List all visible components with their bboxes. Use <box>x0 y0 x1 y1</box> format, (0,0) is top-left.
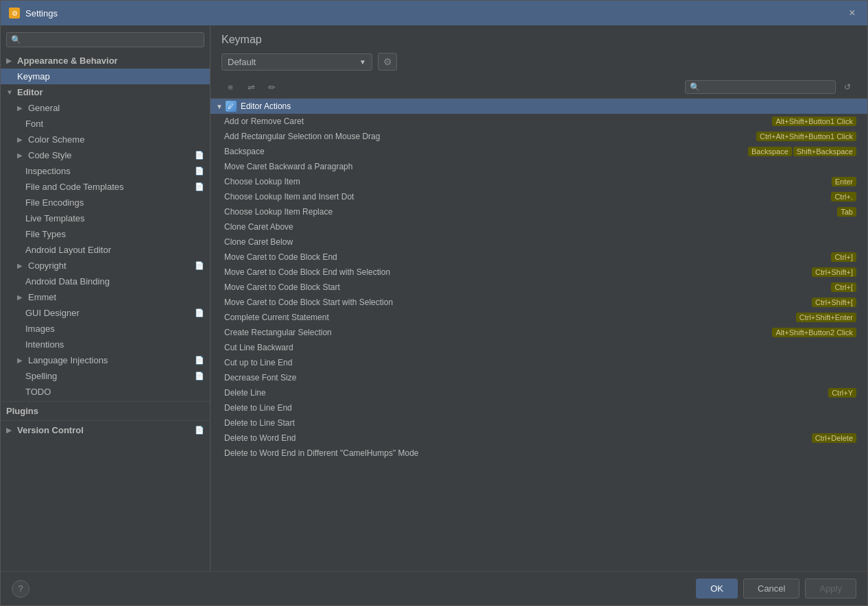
expand-all-icon: ⇌ <box>248 82 255 93</box>
table-row[interactable]: Add or Remove Caret Alt+Shift+Button1 Cl… <box>210 114 867 129</box>
sidebar-item-keymap[interactable]: Keymap <box>1 69 210 84</box>
expand-icon: ▶ <box>6 57 14 64</box>
sidebar-item-appearance[interactable]: ▶ Appearance & Behavior <box>1 53 210 69</box>
table-row[interactable]: Create Rectangular Selection Alt+Shift+B… <box>210 325 867 340</box>
page-title: Keymap <box>221 34 856 46</box>
table-row[interactable]: Complete Current Statement Ctrl+Shift+En… <box>210 310 867 325</box>
table-row[interactable]: Move Caret Backward a Paragraph <box>210 159 867 174</box>
table-row[interactable]: Backspace Backspace Shift+Backspace <box>210 144 867 159</box>
sidebar-item-android-data-binding[interactable]: Android Data Binding <box>1 274 210 289</box>
row-label: Move Caret to Code Block End with Select… <box>224 267 809 277</box>
sidebar-item-version-control[interactable]: ▶ Version Control 📄 <box>1 422 210 438</box>
keybinding-badge: Ctrl+. <box>831 192 856 202</box>
expand-icon: ▶ <box>17 152 25 159</box>
keybinding-badge: Ctrl+Delete <box>812 433 856 443</box>
table-row[interactable]: Decrease Font Size <box>210 370 867 385</box>
table-row[interactable]: Delete to Word End Ctrl+Delete <box>210 431 867 446</box>
expand-icon: ▼ <box>6 88 14 96</box>
row-label: Move Caret Backward a Paragraph <box>224 162 856 171</box>
expand-icon: ▶ <box>6 426 14 434</box>
sidebar-item-file-code-templates[interactable]: File and Code Templates 📄 <box>1 179 210 195</box>
expand-all-button[interactable]: ⇌ <box>242 79 260 95</box>
table-row[interactable]: Choose Lookup Item Enter <box>210 174 867 189</box>
sidebar-item-emmet[interactable]: ▶ Emmet <box>1 289 210 305</box>
apply-button[interactable]: Apply <box>805 579 856 598</box>
row-label: Choose Lookup Item Replace <box>224 207 834 217</box>
table-row[interactable]: Delete to Line End <box>210 400 867 415</box>
file-icon: 📄 <box>195 372 204 380</box>
keybinding-badge: Ctrl+Shift+Enter <box>796 313 856 322</box>
keybinding-badge: Tab <box>837 207 856 217</box>
sidebar-item-gui-designer[interactable]: GUI Designer 📄 <box>1 305 210 321</box>
sidebar-search-box[interactable]: 🔍 <box>6 32 204 47</box>
sidebar-item-images[interactable]: Images <box>1 321 210 337</box>
row-label: Create Rectangular Selection <box>224 328 769 337</box>
keymap-gear-button[interactable]: ⚙ <box>378 53 397 71</box>
file-icon: 📄 <box>195 356 204 365</box>
table-row[interactable]: Move Caret to Code Block End Ctrl+] <box>210 250 867 265</box>
row-label: Delete to Line End <box>224 403 856 413</box>
table-row[interactable]: Delete to Word End in Different "CamelHu… <box>210 446 867 461</box>
collapse-all-button[interactable]: ≡ <box>221 79 239 95</box>
edit-button[interactable]: ✏ <box>263 79 280 95</box>
table-row[interactable]: Clone Caret Below <box>210 234 867 250</box>
sidebar-item-inspections[interactable]: Inspections 📄 <box>1 163 210 179</box>
table-row[interactable]: Choose Lookup Item Replace Tab <box>210 204 867 219</box>
table-row[interactable]: Delete Line Ctrl+Y <box>210 385 867 400</box>
sidebar-item-android-layout-editor[interactable]: Android Layout Editor <box>1 242 210 258</box>
sidebar-item-label: Emmet <box>28 292 56 302</box>
row-label: Clone Caret Below <box>224 237 856 247</box>
sidebar-item-live-templates[interactable]: Live Templates <box>1 210 210 226</box>
table-row[interactable]: Move Caret to Code Block End with Select… <box>210 265 867 280</box>
sidebar-item-general[interactable]: ▶ General <box>1 100 210 116</box>
sidebar-item-label: Font <box>25 119 43 129</box>
table-row[interactable]: Move Caret to Code Block Start with Sele… <box>210 295 867 310</box>
row-label: Decrease Font Size <box>224 373 856 383</box>
settings-icon: ⚙ <box>9 8 20 19</box>
table-row[interactable]: ▼ 🖊 Editor Actions <box>210 99 867 114</box>
sidebar-item-file-types[interactable]: File Types <box>1 226 210 242</box>
sidebar-item-todo[interactable]: TODO <box>1 384 210 400</box>
toolbar-left: ≡ ⇌ ✏ <box>221 79 280 95</box>
keybinding-badge: Enter <box>832 177 856 186</box>
sidebar-item-language-injections[interactable]: ▶ Language Injections 📄 <box>1 352 210 368</box>
sidebar-item-font[interactable]: Font <box>1 116 210 132</box>
table-row[interactable]: Cut Line Backward <box>210 340 867 355</box>
row-label: Add Rectangular Selection on Mouse Drag <box>224 132 754 141</box>
file-icon: 📄 <box>195 261 204 270</box>
keymap-dropdown[interactable]: Default ▼ <box>221 53 372 71</box>
table-row[interactable]: Choose Lookup Item and Insert Dot Ctrl+. <box>210 189 867 204</box>
sidebar-item-editor[interactable]: ▼ Editor <box>1 84 210 100</box>
table-row[interactable]: Delete to Line Start <box>210 415 867 431</box>
close-button[interactable]: × <box>845 6 859 20</box>
table-row[interactable]: Move Caret to Code Block Start Ctrl+[ <box>210 280 867 295</box>
footer: ? OK Cancel Apply <box>1 571 867 605</box>
sidebar-item-intentions[interactable]: Intentions <box>1 337 210 352</box>
content-area: 🔍 ▶ Appearance & Behavior Keymap ▼ Edito… <box>1 25 867 571</box>
sidebar-search-input[interactable] <box>24 35 200 45</box>
row-label: Cut Line Backward <box>224 343 856 352</box>
restore-defaults-button[interactable]: ↺ <box>839 79 856 95</box>
sidebar-item-spelling[interactable]: Spelling 📄 <box>1 368 210 384</box>
cancel-button[interactable]: Cancel <box>743 579 799 598</box>
sidebar-item-color-scheme[interactable]: ▶ Color Scheme <box>1 132 210 147</box>
actions-search-input[interactable] <box>703 82 831 92</box>
row-label: Cut up to Line End <box>224 358 856 367</box>
sidebar-item-file-encodings[interactable]: File Encodings <box>1 195 210 210</box>
table-row[interactable]: Add Rectangular Selection on Mouse Drag … <box>210 129 867 144</box>
file-icon: 📄 <box>195 167 204 175</box>
sidebar-item-copyright[interactable]: ▶ Copyright 📄 <box>1 258 210 274</box>
help-button[interactable]: ? <box>12 580 29 598</box>
sidebar-item-label: Appearance & Behavior <box>17 56 118 66</box>
sidebar-item-label: Inspections <box>25 166 71 176</box>
actions-search-box[interactable]: 🔍 <box>685 80 836 94</box>
sidebar-item-plugins[interactable]: Plugins <box>1 403 210 419</box>
sidebar-item-label: GUI Designer <box>25 308 80 318</box>
expand-icon: ▶ <box>17 136 25 143</box>
sidebar-item-code-style[interactable]: ▶ Code Style 📄 <box>1 147 210 163</box>
table-row[interactable]: Cut up to Line End <box>210 355 867 370</box>
keymap-controls: Default ▼ ⚙ <box>221 53 856 71</box>
table-row[interactable]: Clone Caret Above <box>210 219 867 234</box>
ok-button[interactable]: OK <box>696 579 738 598</box>
sidebar-item-label: Color Scheme <box>28 134 84 145</box>
